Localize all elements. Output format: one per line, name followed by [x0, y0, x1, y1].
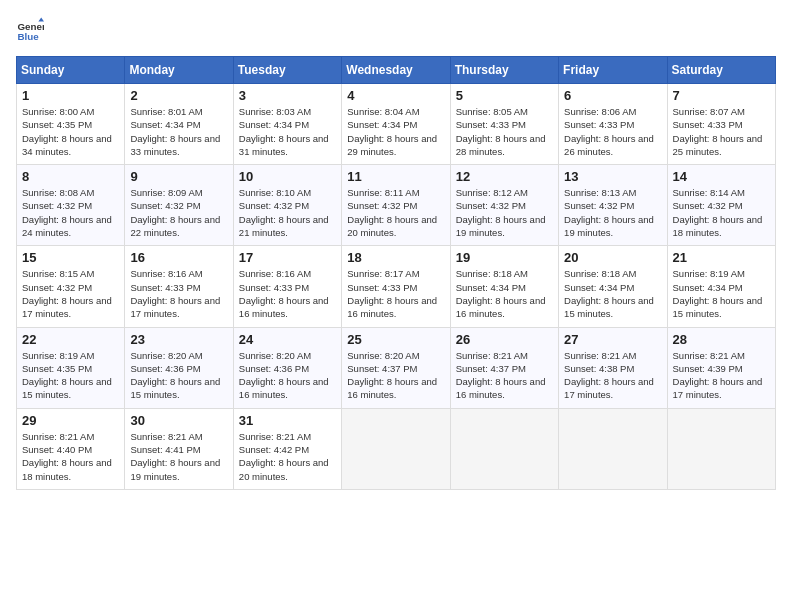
day-info: Sunrise: 8:08 AM Sunset: 4:32 PM Dayligh…	[22, 186, 119, 239]
weekday-header-thursday: Thursday	[450, 57, 558, 84]
day-number: 17	[239, 250, 336, 265]
day-info: Sunrise: 8:06 AM Sunset: 4:33 PM Dayligh…	[564, 105, 661, 158]
day-info: Sunrise: 8:03 AM Sunset: 4:34 PM Dayligh…	[239, 105, 336, 158]
day-number: 4	[347, 88, 444, 103]
day-info: Sunrise: 8:16 AM Sunset: 4:33 PM Dayligh…	[239, 267, 336, 320]
day-number: 7	[673, 88, 770, 103]
week-row-4: 22 Sunrise: 8:19 AM Sunset: 4:35 PM Dayl…	[17, 327, 776, 408]
week-row-5: 29 Sunrise: 8:21 AM Sunset: 4:40 PM Dayl…	[17, 408, 776, 489]
day-info: Sunrise: 8:21 AM Sunset: 4:38 PM Dayligh…	[564, 349, 661, 402]
day-info: Sunrise: 8:18 AM Sunset: 4:34 PM Dayligh…	[456, 267, 553, 320]
day-number: 15	[22, 250, 119, 265]
day-cell: 1 Sunrise: 8:00 AM Sunset: 4:35 PM Dayli…	[17, 84, 125, 165]
day-cell: 18 Sunrise: 8:17 AM Sunset: 4:33 PM Dayl…	[342, 246, 450, 327]
day-info: Sunrise: 8:21 AM Sunset: 4:37 PM Dayligh…	[456, 349, 553, 402]
week-row-3: 15 Sunrise: 8:15 AM Sunset: 4:32 PM Dayl…	[17, 246, 776, 327]
day-cell: 9 Sunrise: 8:09 AM Sunset: 4:32 PM Dayli…	[125, 165, 233, 246]
day-cell	[667, 408, 775, 489]
day-number: 13	[564, 169, 661, 184]
weekday-header-friday: Friday	[559, 57, 667, 84]
week-row-2: 8 Sunrise: 8:08 AM Sunset: 4:32 PM Dayli…	[17, 165, 776, 246]
day-cell: 4 Sunrise: 8:04 AM Sunset: 4:34 PM Dayli…	[342, 84, 450, 165]
day-info: Sunrise: 8:20 AM Sunset: 4:36 PM Dayligh…	[239, 349, 336, 402]
day-cell: 24 Sunrise: 8:20 AM Sunset: 4:36 PM Dayl…	[233, 327, 341, 408]
weekday-header-saturday: Saturday	[667, 57, 775, 84]
day-cell: 21 Sunrise: 8:19 AM Sunset: 4:34 PM Dayl…	[667, 246, 775, 327]
day-cell: 31 Sunrise: 8:21 AM Sunset: 4:42 PM Dayl…	[233, 408, 341, 489]
day-info: Sunrise: 8:18 AM Sunset: 4:34 PM Dayligh…	[564, 267, 661, 320]
weekday-header-sunday: Sunday	[17, 57, 125, 84]
day-cell: 29 Sunrise: 8:21 AM Sunset: 4:40 PM Dayl…	[17, 408, 125, 489]
day-info: Sunrise: 8:14 AM Sunset: 4:32 PM Dayligh…	[673, 186, 770, 239]
day-info: Sunrise: 8:21 AM Sunset: 4:42 PM Dayligh…	[239, 430, 336, 483]
svg-marker-2	[38, 17, 44, 21]
day-cell: 22 Sunrise: 8:19 AM Sunset: 4:35 PM Dayl…	[17, 327, 125, 408]
day-cell: 19 Sunrise: 8:18 AM Sunset: 4:34 PM Dayl…	[450, 246, 558, 327]
day-number: 24	[239, 332, 336, 347]
day-cell: 7 Sunrise: 8:07 AM Sunset: 4:33 PM Dayli…	[667, 84, 775, 165]
day-number: 3	[239, 88, 336, 103]
day-info: Sunrise: 8:21 AM Sunset: 4:40 PM Dayligh…	[22, 430, 119, 483]
page-header: General Blue	[16, 16, 776, 44]
day-number: 11	[347, 169, 444, 184]
day-number: 10	[239, 169, 336, 184]
day-cell: 8 Sunrise: 8:08 AM Sunset: 4:32 PM Dayli…	[17, 165, 125, 246]
day-info: Sunrise: 8:01 AM Sunset: 4:34 PM Dayligh…	[130, 105, 227, 158]
day-cell: 13 Sunrise: 8:13 AM Sunset: 4:32 PM Dayl…	[559, 165, 667, 246]
day-cell: 17 Sunrise: 8:16 AM Sunset: 4:33 PM Dayl…	[233, 246, 341, 327]
day-cell: 12 Sunrise: 8:12 AM Sunset: 4:32 PM Dayl…	[450, 165, 558, 246]
day-cell: 20 Sunrise: 8:18 AM Sunset: 4:34 PM Dayl…	[559, 246, 667, 327]
day-info: Sunrise: 8:13 AM Sunset: 4:32 PM Dayligh…	[564, 186, 661, 239]
day-info: Sunrise: 8:16 AM Sunset: 4:33 PM Dayligh…	[130, 267, 227, 320]
day-cell: 23 Sunrise: 8:20 AM Sunset: 4:36 PM Dayl…	[125, 327, 233, 408]
day-info: Sunrise: 8:20 AM Sunset: 4:37 PM Dayligh…	[347, 349, 444, 402]
day-number: 8	[22, 169, 119, 184]
day-cell: 14 Sunrise: 8:14 AM Sunset: 4:32 PM Dayl…	[667, 165, 775, 246]
day-number: 6	[564, 88, 661, 103]
logo: General Blue	[16, 16, 48, 44]
day-info: Sunrise: 8:17 AM Sunset: 4:33 PM Dayligh…	[347, 267, 444, 320]
day-number: 22	[22, 332, 119, 347]
day-number: 27	[564, 332, 661, 347]
day-cell: 11 Sunrise: 8:11 AM Sunset: 4:32 PM Dayl…	[342, 165, 450, 246]
weekday-header-monday: Monday	[125, 57, 233, 84]
day-info: Sunrise: 8:11 AM Sunset: 4:32 PM Dayligh…	[347, 186, 444, 239]
day-info: Sunrise: 8:04 AM Sunset: 4:34 PM Dayligh…	[347, 105, 444, 158]
day-cell: 2 Sunrise: 8:01 AM Sunset: 4:34 PM Dayli…	[125, 84, 233, 165]
day-info: Sunrise: 8:05 AM Sunset: 4:33 PM Dayligh…	[456, 105, 553, 158]
weekday-header-tuesday: Tuesday	[233, 57, 341, 84]
day-cell: 10 Sunrise: 8:10 AM Sunset: 4:32 PM Dayl…	[233, 165, 341, 246]
day-number: 14	[673, 169, 770, 184]
day-number: 12	[456, 169, 553, 184]
day-number: 5	[456, 88, 553, 103]
day-info: Sunrise: 8:09 AM Sunset: 4:32 PM Dayligh…	[130, 186, 227, 239]
day-info: Sunrise: 8:15 AM Sunset: 4:32 PM Dayligh…	[22, 267, 119, 320]
day-number: 16	[130, 250, 227, 265]
day-number: 20	[564, 250, 661, 265]
week-row-1: 1 Sunrise: 8:00 AM Sunset: 4:35 PM Dayli…	[17, 84, 776, 165]
day-cell: 26 Sunrise: 8:21 AM Sunset: 4:37 PM Dayl…	[450, 327, 558, 408]
day-info: Sunrise: 8:21 AM Sunset: 4:41 PM Dayligh…	[130, 430, 227, 483]
day-info: Sunrise: 8:19 AM Sunset: 4:35 PM Dayligh…	[22, 349, 119, 402]
day-cell: 3 Sunrise: 8:03 AM Sunset: 4:34 PM Dayli…	[233, 84, 341, 165]
day-number: 28	[673, 332, 770, 347]
day-cell: 6 Sunrise: 8:06 AM Sunset: 4:33 PM Dayli…	[559, 84, 667, 165]
day-number: 29	[22, 413, 119, 428]
day-info: Sunrise: 8:07 AM Sunset: 4:33 PM Dayligh…	[673, 105, 770, 158]
day-cell: 5 Sunrise: 8:05 AM Sunset: 4:33 PM Dayli…	[450, 84, 558, 165]
day-info: Sunrise: 8:00 AM Sunset: 4:35 PM Dayligh…	[22, 105, 119, 158]
day-cell: 27 Sunrise: 8:21 AM Sunset: 4:38 PM Dayl…	[559, 327, 667, 408]
weekday-header-wednesday: Wednesday	[342, 57, 450, 84]
day-number: 1	[22, 88, 119, 103]
day-info: Sunrise: 8:10 AM Sunset: 4:32 PM Dayligh…	[239, 186, 336, 239]
logo-icon: General Blue	[16, 16, 44, 44]
svg-text:Blue: Blue	[17, 31, 39, 42]
weekday-header-row: SundayMondayTuesdayWednesdayThursdayFrid…	[17, 57, 776, 84]
day-number: 2	[130, 88, 227, 103]
day-number: 19	[456, 250, 553, 265]
day-info: Sunrise: 8:21 AM Sunset: 4:39 PM Dayligh…	[673, 349, 770, 402]
day-cell	[559, 408, 667, 489]
day-cell: 15 Sunrise: 8:15 AM Sunset: 4:32 PM Dayl…	[17, 246, 125, 327]
day-number: 25	[347, 332, 444, 347]
day-number: 9	[130, 169, 227, 184]
